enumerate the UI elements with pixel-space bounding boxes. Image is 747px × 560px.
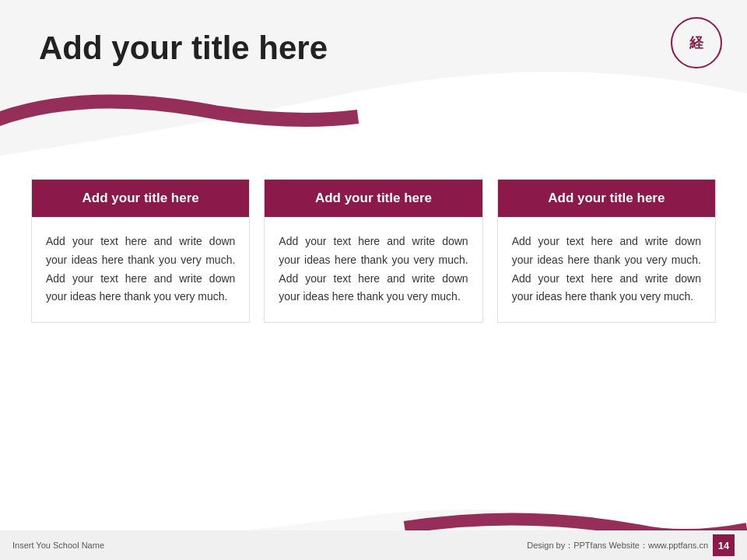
university-logo: 経 — [669, 16, 724, 70]
design-credit: Design by：PPTfans Website：www.pptfans.cn — [527, 540, 708, 551]
school-name-label: Insert You School Name — [12, 541, 104, 550]
card-3-body: Add your text here and write down your i… — [498, 217, 715, 322]
slide: 経 Add your title here Add your title her… — [0, 0, 747, 560]
card-1: Add your title here Add your text here a… — [31, 179, 250, 323]
card-1-header: Add your title here — [32, 180, 249, 217]
top-swoosh-decoration — [0, 0, 747, 156]
card-2: Add your title here Add your text here a… — [264, 179, 482, 323]
card-1-body: Add your text here and write down your i… — [32, 217, 249, 322]
svg-text:経: 経 — [689, 35, 704, 51]
card-3: Add your title here Add your text here a… — [497, 179, 716, 323]
main-title: Add your title here — [39, 30, 328, 67]
bottom-right: Design by：PPTfans Website：www.pptfans.cn… — [527, 534, 735, 556]
bottom-bar: Insert You School Name Design by：PPTfans… — [0, 530, 747, 560]
page-number: 14 — [713, 534, 735, 556]
cards-container: Add your title here Add your text here a… — [31, 179, 716, 323]
card-3-header: Add your title here — [498, 180, 715, 217]
card-2-body: Add your text here and write down your i… — [265, 217, 482, 322]
card-2-header: Add your title here — [265, 180, 482, 217]
